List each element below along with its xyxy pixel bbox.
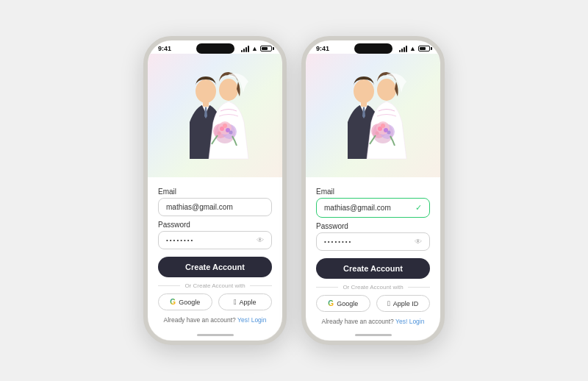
social-buttons-left: G Google  Apple xyxy=(158,293,272,310)
screen-container: 9:41 ▲ xyxy=(136,29,452,352)
svg-point-23 xyxy=(387,131,390,135)
svg-point-2 xyxy=(219,79,238,101)
password-input-left[interactable]: •••••••• 👁 xyxy=(158,231,272,249)
time-right: 9:41 xyxy=(316,45,329,52)
divider-left: Or Create Account with xyxy=(158,282,272,289)
login-link-left[interactable]: Yes! Login xyxy=(237,316,266,324)
wifi-icon: ▲ xyxy=(251,45,258,52)
status-bar-right: 9:41 ▲ xyxy=(306,40,440,54)
svg-point-22 xyxy=(375,132,379,135)
svg-point-12 xyxy=(354,79,374,103)
signal-icon xyxy=(241,46,249,52)
login-row-left: Already have an account? Yes! Login xyxy=(158,316,272,330)
svg-point-0 xyxy=(196,79,216,103)
email-input-left[interactable]: mathias@gmail.com xyxy=(158,198,272,216)
apple-icon-right:  xyxy=(387,299,390,307)
svg-point-10 xyxy=(217,132,220,135)
home-indicator-right xyxy=(355,334,392,336)
google-icon-right: G xyxy=(328,299,334,307)
email-label-left: Email xyxy=(158,188,272,196)
svg-rect-13 xyxy=(361,102,367,107)
email-label-right: Email xyxy=(316,188,430,196)
eye-icon-right[interactable]: 👁 xyxy=(415,238,422,246)
battery-icon xyxy=(260,46,272,51)
eye-icon-left[interactable]: 👁 xyxy=(257,236,264,244)
create-account-btn-right[interactable]: Create Account xyxy=(316,258,430,279)
notch-left xyxy=(196,43,234,54)
password-input-right[interactable]: •••••••• 👁 xyxy=(316,232,430,251)
password-label-left: Password xyxy=(158,221,272,229)
svg-point-14 xyxy=(377,79,396,101)
svg-rect-1 xyxy=(203,102,209,107)
signal-icon-right xyxy=(399,46,407,52)
status-icons-right: ▲ xyxy=(399,45,430,52)
svg-point-21 xyxy=(381,124,385,128)
wifi-icon-right: ▲ xyxy=(409,45,416,52)
phone-left: 9:41 ▲ xyxy=(143,36,287,345)
apple-btn-left[interactable]:  Apple xyxy=(218,293,273,310)
google-icon-left: G xyxy=(170,298,176,306)
status-icons-left: ▲ xyxy=(241,45,272,52)
wedding-image-left xyxy=(148,54,282,177)
password-label-right: Password xyxy=(316,222,430,230)
svg-point-9 xyxy=(223,124,227,128)
apple-icon-left:  xyxy=(234,298,237,306)
check-icon-right: ✓ xyxy=(415,203,422,213)
home-indicator-left xyxy=(197,334,234,336)
form-area-left: Email mathias@gmail.com Password •••••••… xyxy=(148,177,282,331)
login-link-right[interactable]: Yes! Login xyxy=(395,318,424,325)
divider-right: Or Create Account with xyxy=(316,284,430,291)
social-buttons-right: G Google  Apple ID xyxy=(316,295,430,312)
apple-btn-right[interactable]:  Apple ID xyxy=(376,295,431,312)
wedding-image-right xyxy=(306,54,440,177)
time-left: 9:41 xyxy=(158,45,171,52)
google-btn-left[interactable]: G Google xyxy=(158,293,212,310)
form-area-right: Email mathias@gmail.com ✓ Password •••••… xyxy=(306,177,440,331)
battery-icon-right xyxy=(418,46,430,51)
google-btn-right[interactable]: G Google xyxy=(316,295,370,312)
svg-point-11 xyxy=(229,131,232,135)
phone-right: 9:41 ▲ xyxy=(301,36,445,345)
email-input-right[interactable]: mathias@gmail.com ✓ xyxy=(316,198,430,218)
notch-right xyxy=(354,43,392,54)
create-account-btn-left[interactable]: Create Account xyxy=(158,257,272,277)
login-row-right: Already have an account? Yes! Login xyxy=(316,318,430,331)
status-bar-left: 9:41 ▲ xyxy=(148,40,282,54)
